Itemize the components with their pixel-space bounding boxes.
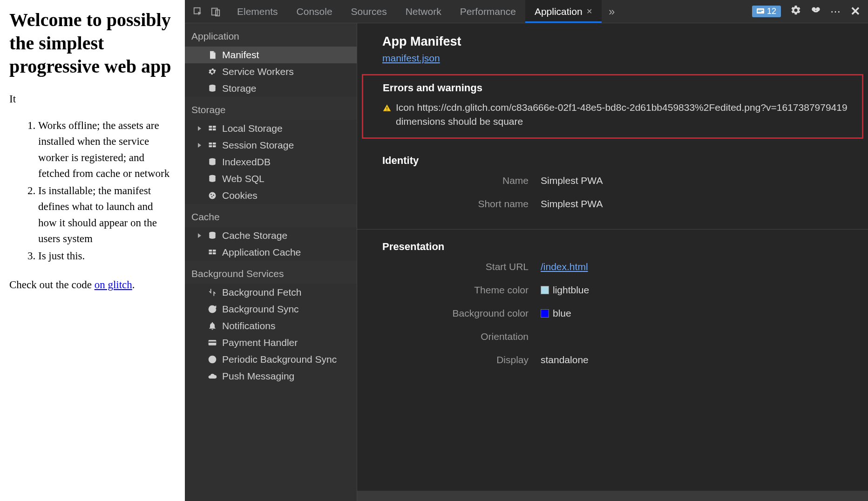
close-devtools-icon[interactable]: ✕ (850, 4, 861, 19)
short-name-label: Short name (382, 198, 541, 210)
issues-badge[interactable]: 12 (752, 6, 781, 17)
tab-label: Application (535, 6, 583, 17)
sidebar-item-local-storage[interactable]: Local Storage (185, 120, 357, 137)
name-value: Simplest PWA (541, 175, 603, 186)
page-heading: Welcome to possibly the simplest progres… (9, 8, 176, 78)
errors-warnings-box: Errors and warnings Icon https://cdn.gli… (362, 74, 863, 139)
more-tabs-icon[interactable]: » (604, 4, 619, 19)
sidebar-item-label: Cookies (222, 190, 258, 201)
svg-rect-27 (213, 252, 216, 254)
close-icon[interactable]: ✕ (586, 7, 592, 16)
sidebar-item-application-cache[interactable]: Application Cache (185, 244, 357, 261)
theme-color-label: Theme color (382, 284, 541, 296)
manifest-link-row: manifest.json (357, 53, 868, 64)
theme-color-value: lightblue (553, 284, 589, 296)
inspect-icon[interactable] (190, 4, 205, 19)
tab-performance[interactable]: Performance (451, 0, 525, 23)
tabbar-right: ⋯ ✕ (790, 4, 861, 19)
more-menu-icon[interactable]: ⋯ (830, 6, 842, 18)
horizontal-scrollbar[interactable] (357, 491, 868, 501)
sidebar-item-background-sync[interactable]: Background Sync (185, 301, 357, 318)
page-intro: It (9, 91, 176, 108)
bell-icon (207, 321, 217, 331)
svg-point-20 (210, 194, 212, 195)
sidebar-item-label: Cache Storage (222, 230, 287, 241)
devtools-panel: Elements Console Sources Network Perform… (185, 0, 868, 501)
footer-text: Check out the code (9, 279, 95, 291)
tab-elements[interactable]: Elements (228, 0, 287, 23)
application-sidebar: Application Manifest Service Workers Sto… (185, 23, 357, 501)
short-name-value: Simplest PWA (541, 198, 603, 210)
theme-color-swatch (541, 286, 549, 294)
presentation-section: Presentation Start URL /index.html Theme… (357, 230, 868, 388)
db-icon (207, 230, 217, 241)
start-url-link[interactable]: /index.html (541, 261, 588, 272)
sidebar-item-background-fetch[interactable]: Background Fetch (185, 284, 357, 301)
tab-network[interactable]: Network (396, 0, 451, 23)
tab-label: Performance (460, 6, 516, 17)
warning-icon (383, 102, 391, 116)
sidebar-item-push-messaging[interactable]: Push Messaging (185, 368, 357, 385)
display-value: standalone (541, 354, 589, 366)
tab-application[interactable]: Application ✕ (525, 0, 602, 23)
glitch-link[interactable]: on glitch (95, 279, 132, 291)
sidebar-item-manifest[interactable]: Manifest (185, 47, 357, 63)
sidebar-group-background: Background Services (185, 261, 357, 284)
svg-rect-11 (209, 129, 212, 130)
svg-rect-24 (209, 250, 212, 251)
sidebar-item-web-sql[interactable]: Web SQL (185, 170, 357, 187)
sidebar-item-label: Service Workers (222, 66, 294, 77)
sidebar-item-indexeddb[interactable]: IndexedDB (185, 154, 357, 170)
sidebar-group-cache: Cache (185, 204, 357, 227)
tab-console[interactable]: Console (287, 0, 342, 23)
sidebar-item-cache-storage[interactable]: Cache Storage (185, 227, 357, 244)
sidebar-item-storage[interactable]: Storage (185, 80, 357, 97)
svg-rect-26 (209, 252, 212, 254)
tab-label: Sources (351, 6, 387, 17)
sidebar-item-service-workers[interactable]: Service Workers (185, 63, 357, 80)
sidebar-group-storage: Storage (185, 97, 357, 120)
svg-point-21 (213, 195, 214, 196)
card-icon (207, 338, 217, 348)
sidebar-item-periodic-sync[interactable]: Periodic Background Sync (185, 351, 357, 368)
svg-rect-3 (757, 8, 764, 14)
name-row: Name Simplest PWA (382, 175, 859, 186)
tab-sources[interactable]: Sources (342, 0, 396, 23)
tab-label: Console (297, 6, 332, 17)
sidebar-item-label: Push Messaging (222, 371, 294, 382)
bg-color-swatch (541, 309, 549, 318)
devtools-tabbar: Elements Console Sources Network Perform… (185, 0, 868, 23)
svg-rect-13 (209, 142, 212, 144)
cookie-icon (207, 190, 217, 201)
display-label: Display (382, 354, 541, 366)
orientation-label: Orientation (382, 331, 541, 342)
theme-color-row: Theme color lightblue (382, 284, 859, 296)
device-toggle-icon[interactable] (208, 4, 223, 19)
sidebar-item-label: Background Sync (222, 304, 299, 315)
tab-label: Elements (237, 6, 278, 17)
chevron-right-icon (198, 126, 201, 131)
svg-rect-15 (209, 145, 212, 147)
sidebar-item-label: IndexedDB (222, 156, 271, 168)
file-icon (207, 50, 217, 60)
experiments-icon[interactable] (810, 4, 822, 19)
gear-icon (207, 67, 217, 77)
list-item: Is just this. (38, 248, 176, 264)
bg-color-label: Background color (382, 308, 541, 319)
errors-heading: Errors and warnings (383, 82, 853, 94)
bg-color-row: Background color blue (382, 308, 859, 319)
settings-icon[interactable] (790, 5, 801, 18)
manifest-panel: App Manifest manifest.json Errors and wa… (357, 23, 868, 501)
tabs-container: Elements Console Sources Network Perform… (228, 0, 602, 23)
manifest-link[interactable]: manifest.json (382, 53, 440, 63)
page-content: Welcome to possibly the simplest progres… (0, 0, 185, 501)
sidebar-item-session-storage[interactable]: Session Storage (185, 137, 357, 154)
sidebar-item-payment-handler[interactable]: Payment Handler (185, 334, 357, 351)
sidebar-item-notifications[interactable]: Notifications (185, 318, 357, 334)
sidebar-item-label: Session Storage (222, 140, 294, 151)
clock-icon (207, 354, 217, 365)
chevron-right-icon (198, 143, 201, 148)
list-item: Is installable; the manifest defines wha… (38, 183, 176, 247)
identity-section: Identity Name Simplest PWA Short name Si… (357, 143, 868, 225)
sidebar-item-cookies[interactable]: Cookies (185, 187, 357, 204)
